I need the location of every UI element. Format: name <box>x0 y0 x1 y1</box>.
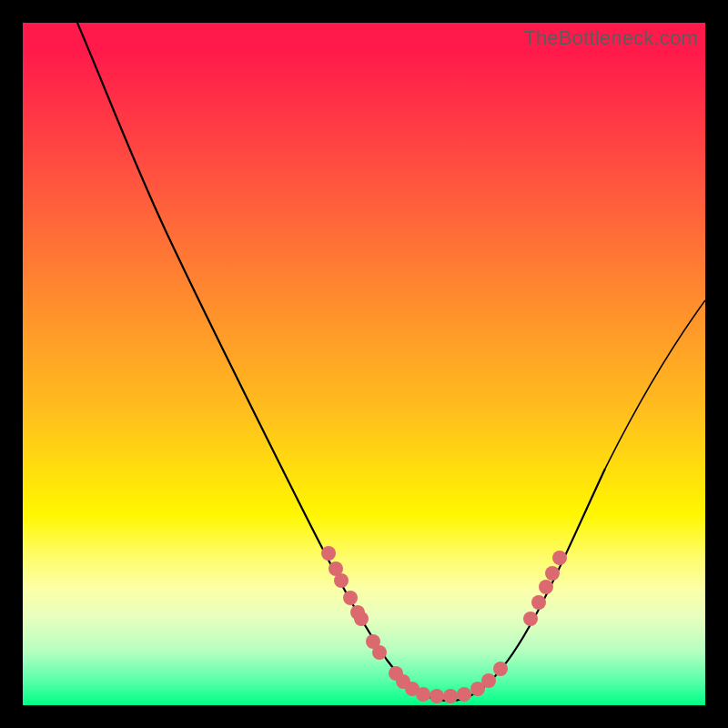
watermark-text: TheBottleneck.com <box>523 26 698 50</box>
curve-dot <box>531 595 546 610</box>
curve-dot <box>493 662 508 676</box>
chart-area: TheBottleneck.com <box>23 23 705 705</box>
curve-dot <box>430 689 444 703</box>
curve-dot <box>372 645 387 660</box>
bottleneck-curve-right-lower <box>450 469 605 701</box>
curve-dot <box>457 687 471 702</box>
bottleneck-curve-right-upper <box>605 300 705 469</box>
curve-dot <box>443 689 458 703</box>
curve-dot <box>545 566 560 581</box>
chart-svg <box>23 23 705 705</box>
curve-dot <box>481 673 496 688</box>
curve-dot <box>416 687 430 702</box>
curve-dots <box>321 546 567 703</box>
curve-dot <box>321 546 336 561</box>
curve-dot <box>539 580 553 594</box>
curve-dot <box>523 612 538 626</box>
curve-dot <box>354 612 369 626</box>
bottleneck-curve-left <box>77 23 450 701</box>
curve-dot <box>343 591 358 605</box>
curve-dot <box>552 551 567 565</box>
curve-dot <box>334 573 349 588</box>
